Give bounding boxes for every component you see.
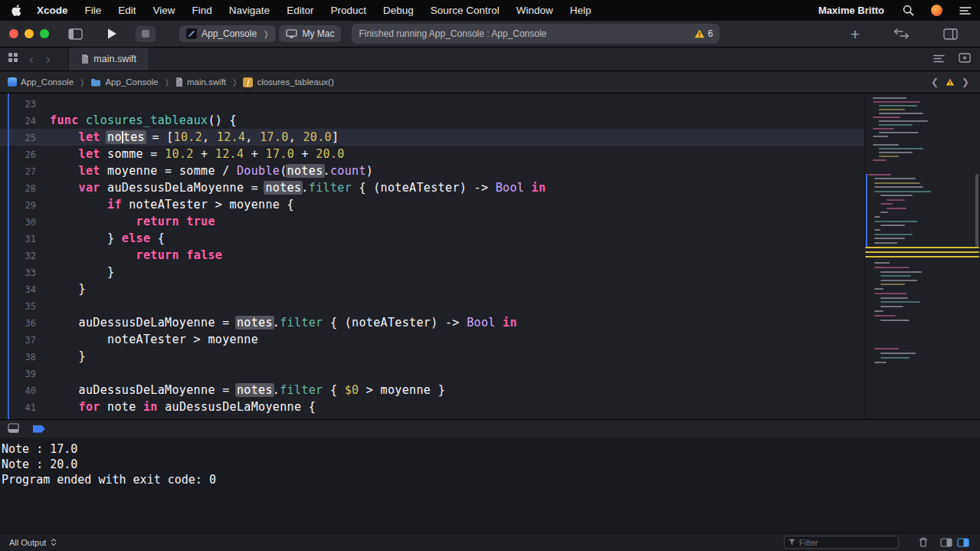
code-text: var auDessusDeLaMoyenne = notes.filter {… (36, 179, 546, 196)
code-line-32[interactable]: 32 return false (0, 247, 864, 264)
code-line-23[interactable]: 23 (0, 95, 864, 112)
code-line-31[interactable]: 31 } else { (0, 230, 864, 247)
clear-console-trash-icon[interactable] (919, 537, 928, 547)
apple-menu-icon[interactable] (0, 5, 28, 16)
activity-viewer[interactable]: Finished running App_Console : App_Conso… (352, 24, 719, 44)
menu-debug[interactable]: Debug (375, 5, 422, 16)
menu-window[interactable]: Window (508, 5, 562, 16)
code-line-37[interactable]: 37 noteATester > moyenne (0, 331, 864, 348)
code-token: 10.2 (165, 147, 194, 161)
code-token: 20.0 (316, 147, 345, 161)
menu-file[interactable]: File (77, 5, 110, 16)
code-token: closures_tableaux (86, 113, 208, 127)
menubar-user[interactable]: Maxime Britto (808, 5, 894, 16)
scheme-selector[interactable]: App_Console ❭ (179, 25, 276, 42)
code-line-28[interactable]: 28 var auDessusDeLaMoyenne = notes.filte… (0, 179, 864, 196)
menu-view[interactable]: View (145, 5, 184, 16)
menu-xcode[interactable]: Xcode (28, 5, 77, 16)
close-window-button[interactable] (9, 29, 18, 38)
code-line-30[interactable]: 30 return true (0, 213, 864, 230)
breadcrumb-project[interactable]: App_Console (8, 77, 74, 87)
code-line-25[interactable]: 25 let notes = [10.2, 12.4, 17.0, 20.0] (0, 129, 864, 146)
code-line-35[interactable]: 35 (0, 297, 864, 314)
destination-name: My Mac (302, 28, 334, 39)
menu-product[interactable]: Product (322, 5, 375, 16)
code-line-40[interactable]: 40 auDessusDeLaMoyenne = notes.filter { … (0, 382, 864, 398)
breadcrumb-file[interactable]: main.swift (175, 77, 226, 87)
go-forward-button[interactable]: › (44, 53, 52, 66)
menu-source-control[interactable]: Source Control (422, 5, 508, 16)
toggle-inspectors-sidebar-icon[interactable] (943, 28, 958, 40)
code-line-41[interactable]: 41 for note in auDessusDeLaMoyenne { (0, 398, 864, 415)
minimize-window-button[interactable] (25, 29, 34, 38)
code-line-39[interactable]: 39 (0, 365, 864, 382)
library-add-button[interactable]: + (851, 26, 860, 42)
related-items-grid-icon[interactable] (8, 52, 18, 66)
minimap-line (880, 301, 920, 303)
menubar-app-icon[interactable] (923, 5, 951, 16)
go-back-button[interactable]: ‹ (28, 53, 35, 66)
toggle-console-view-icon[interactable] (957, 538, 969, 547)
minimap-line (874, 186, 923, 188)
zoom-window-button[interactable] (40, 29, 49, 38)
code-line-27[interactable]: 27 let moyenne = somme / Double(notes.co… (0, 162, 864, 179)
breadcrumb-group[interactable]: App_Console (90, 77, 158, 87)
menu-edit[interactable]: Edit (110, 5, 144, 16)
warning-icon[interactable] (946, 78, 955, 86)
console-filter-field[interactable] (784, 536, 899, 549)
code-line-24[interactable]: 24func closures_tableaux() { (0, 112, 864, 129)
code-line-34[interactable]: 34 } (0, 280, 864, 297)
breadcrumb-symbol[interactable]: f closures_tableaux() (243, 77, 333, 87)
issues-badge[interactable]: 6 (694, 28, 713, 39)
code-token: . (323, 164, 330, 178)
console-scope-popup[interactable]: All Output (6, 538, 57, 547)
code-line-33[interactable]: 33 } (0, 264, 864, 280)
editor-options-icon[interactable] (933, 52, 945, 66)
scheme-name: App_Console (202, 28, 257, 39)
control-center-list-icon[interactable] (951, 6, 980, 15)
menu-help[interactable]: Help (562, 5, 600, 16)
code-line-29[interactable]: 29 if noteATester > moyenne { (0, 196, 864, 213)
menu-find[interactable]: Find (184, 5, 221, 16)
toggle-navigator-sidebar-icon[interactable] (68, 28, 83, 40)
tab-main-swift[interactable]: main.swift (68, 48, 149, 71)
line-number: 39 (0, 365, 36, 382)
mac-display-icon (286, 29, 297, 38)
minimap-line (874, 238, 905, 239)
run-destination-selector[interactable]: My Mac (279, 25, 341, 42)
code-line-38[interactable]: 38 } (0, 348, 864, 365)
filter-input[interactable] (785, 538, 898, 547)
jump-bar: App_Console ❭ App_Console ❭ main.swift ❭… (0, 71, 980, 93)
search-icon[interactable] (894, 5, 923, 16)
toggle-variables-view-icon[interactable] (940, 538, 952, 547)
code-token: . (273, 383, 280, 397)
code-token: var (79, 181, 100, 195)
code-token: notes (235, 383, 274, 397)
hide-debug-area-icon[interactable] (8, 422, 19, 436)
scrollbar-thumb[interactable] (975, 174, 978, 247)
code-token: 20.0 (303, 130, 332, 144)
add-editor-icon[interactable] (959, 52, 971, 66)
code-line-26[interactable]: 26 let somme = 10.2 + 12.4 + 17.0 + 20.0 (0, 146, 864, 162)
breakpoints-toggle-icon[interactable] (33, 425, 45, 433)
minimap[interactable] (864, 93, 980, 419)
code-review-arrows-icon[interactable] (893, 28, 910, 39)
debug-console[interactable]: Note : 17.0Note : 20.0Program ended with… (0, 438, 980, 533)
source-editor[interactable]: 2324func closures_tableaux() {25 let not… (0, 93, 980, 419)
code-token: let (79, 147, 100, 161)
code-text: let moyenne = somme / Double(notes.count… (36, 162, 373, 179)
line-number: 35 (0, 297, 36, 314)
file-icon (175, 77, 183, 87)
code-token: Bool (496, 181, 525, 195)
menu-editor[interactable]: Editor (278, 5, 322, 16)
code-token: , (202, 130, 217, 144)
run-button[interactable] (107, 28, 118, 40)
previous-issue-button[interactable]: ❮ (931, 77, 939, 87)
debug-bar (0, 419, 980, 438)
code-token: return (136, 248, 179, 262)
chevron-right-icon: ❭ (263, 30, 269, 38)
menu-navigate[interactable]: Navigate (221, 5, 278, 16)
stop-button[interactable] (136, 26, 156, 42)
next-issue-button[interactable]: ❯ (962, 77, 969, 87)
code-line-36[interactable]: 36 auDessusDeLaMoyenne = notes.filter { … (0, 314, 864, 331)
